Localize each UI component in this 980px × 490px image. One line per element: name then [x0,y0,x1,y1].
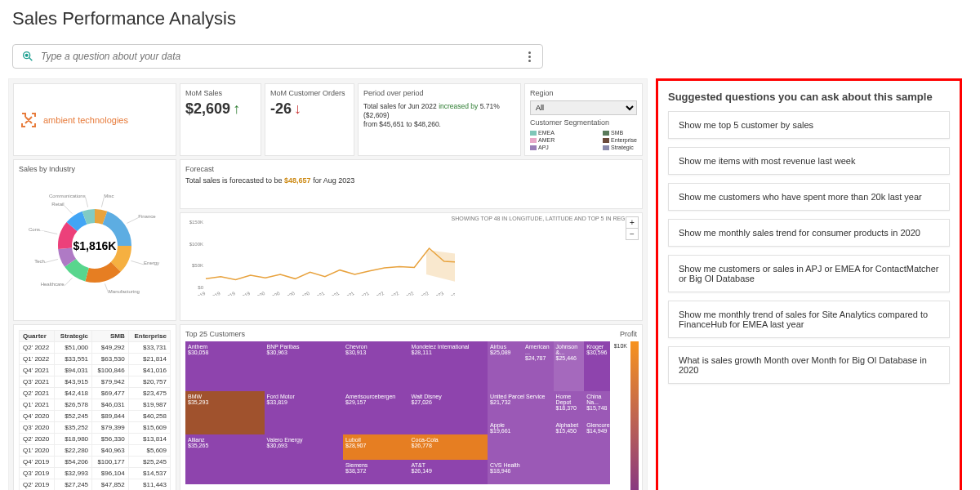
search-icon [21,50,34,63]
treemap-cell[interactable]: Chevron$30,913 [343,341,408,391]
seg-label: Customer Segmentation [530,118,637,127]
question-bar[interactable] [12,44,543,69]
suggest-item[interactable]: Show me top 5 customer by sales [668,111,950,139]
table-row[interactable]: Q3' 2021$43,915$79,942$20,757 [20,376,171,388]
treemap-cell[interactable]: Kroger$30,596 [584,341,610,391]
svg-text:$150K: $150K [189,220,203,225]
treemap-cell[interactable]: Siemens$38,372 [343,460,408,484]
treemap-cell[interactable]: Luboil$28,907 [343,434,408,461]
treemap-cell[interactable]: United Parcel Service$21,732 [488,391,553,420]
company-logo-icon [19,110,38,130]
svg-text:Tech: Tech [34,259,45,264]
treemap-body[interactable]: Anthem$30,058BNP Paribas$30,963Chevron$3… [185,341,637,484]
svg-text:Jan 2019: Jan 2019 [187,290,207,295]
svg-text:Finance: Finance [138,214,156,219]
forecast-label: Forecast [185,165,637,173]
kpi-mom-sales: MoM Sales $2,609 ↑ [180,83,261,156]
suggest-item[interactable]: Show me monthly trend of sales for Site … [668,301,950,338]
suggest-item[interactable]: Show me customers who have spent more th… [668,183,950,211]
zoom-in-icon: + [626,217,638,229]
table-row[interactable]: Q2' 2019$27,245$47,852$11,443 [20,479,171,491]
treemap-cell[interactable]: China Na...$15,748 [584,391,610,420]
kpi-label: MoM Sales [185,89,256,97]
table-row[interactable]: Q3' 2020$35,252$79,399$15,609 [20,422,171,434]
table-row[interactable]: Q3' 2019$32,993$96,104$14,537 [20,468,171,479]
line-map-card: SHOWING TOP 48 IN LONGITUDE, LATITUDE AN… [180,212,643,322]
svg-text:Communications: Communications [49,194,86,198]
svg-line-15 [44,231,57,234]
treemap-cell[interactable]: Mondelez International$28,111 [409,341,488,391]
treemap-cell[interactable]: Alphabet$15,450 [554,420,585,484]
treemap-title: Top 25 Customers [185,330,245,338]
quarter-table: QuarterStrategicSMBEnterpriseQ2' 2022$51… [13,324,176,490]
treemap-cell[interactable]: Anthem$30,058 [185,341,265,391]
table-row[interactable]: Q2' 2021$42,418$69,477$23,475 [20,388,171,399]
question-input[interactable] [41,51,525,62]
table-row[interactable]: Q4' 2019$54,206$100,177$25,245 [20,457,171,468]
treemap-cell[interactable]: Amerisourcebergen$29,157 [343,391,408,434]
svg-line-3 [101,198,104,207]
table-row[interactable]: Q4' 2021$94,031$100,846$41,016 [20,365,171,376]
svg-line-5 [127,218,138,224]
treemap-cell[interactable]: Valero Energy$30,693 [265,434,344,461]
table-row[interactable]: Q4' 2020$52,245$89,844$40,258 [20,411,171,422]
treemap-cell[interactable] [265,460,344,484]
svg-text:Retail: Retail [51,202,64,207]
industry-title: Sales by Industry [19,165,171,173]
svg-text:Healthcare: Healthcare [41,282,65,287]
zoom-control[interactable]: +− [626,216,639,240]
svg-text:$100K: $100K [189,241,203,246]
forecast-value: $48,657 [284,176,311,185]
treemap-cell[interactable]: Home Depot$18,370 [554,391,585,420]
treemap-cell[interactable]: Coca-Cola$26,778 [409,434,488,461]
kpi-value: -26 [270,100,292,117]
page-title: Sales Performance Analysis [12,8,968,29]
suggest-item[interactable]: Show me customers or sales in APJ or EME… [668,255,950,292]
treemap-cell[interactable]: Johnson &...$25,446 [554,341,585,391]
dashboard: ambient technologies MoM Sales $2,609 ↑ … [8,78,648,490]
suggest-item[interactable]: Show me items with most revenue last wee… [668,147,950,175]
region-card: Region All Customer Segmentation EMEAAME… [524,83,643,156]
treemap-cell[interactable]: American ...$24,787 [523,341,554,391]
svg-text:Manufacturing: Manufacturing [109,289,140,294]
treemap-cell[interactable]: BNP Paribas$30,963 [265,341,344,391]
pop-label: Period over period [363,89,515,99]
top-customers-treemap: Top 25 CustomersProfit $10K $3K Anthem$3… [180,324,643,490]
region-label: Region [530,89,637,97]
period-over-period: Period over period Total sales for Jun 2… [358,83,521,156]
treemap-cell[interactable]: Walt Disney$27,026 [409,391,488,434]
treemap-cell[interactable]: Airbus$25,089 [488,341,523,391]
treemap-cell[interactable]: Ford Motor$33,819 [265,391,344,434]
more-icon[interactable] [525,51,534,62]
table-row[interactable]: Q2' 2022$51,000$49,292$33,731 [20,342,171,354]
suggest-item[interactable]: What is sales growth Month over Month fo… [668,346,950,384]
treemap-cell[interactable]: Glencore$14,949 [584,420,610,484]
treemap-cell[interactable]: CVS Health$18,946 [488,460,553,484]
table-row[interactable]: Q1' 2020$22,280$40,963$5,609 [20,445,171,457]
treemap-cell[interactable]: Apple$19,661 [488,420,553,460]
svg-text:$0: $0 [198,285,203,290]
region-select[interactable]: All [530,100,637,115]
data-table[interactable]: QuarterStrategicSMBEnterpriseQ2' 2022$51… [19,330,171,490]
svg-point-2 [25,54,28,56]
svg-line-13 [45,259,58,262]
svg-text:Energy: Energy [144,261,159,265]
treemap-cell[interactable]: BMW$35,293 [185,391,265,434]
segmentation-sankey: EMEAAMERAPJSMBEnterpriseStrategic [530,130,637,150]
table-row[interactable]: Q1' 2022$33,551$63,530$21,814 [20,354,171,365]
suggest-item[interactable]: Show me monthly sales trend for consumer… [668,219,950,247]
sales-by-industry: Sales by Industry MiscFinanceEnergyManuf… [13,159,176,321]
svg-text:$50K: $50K [192,263,203,268]
suggested-questions-panel: Suggested questions you can ask about th… [656,78,962,490]
suggest-title: Suggested questions you can ask about th… [668,91,950,103]
kpi-value: $2,609 [185,100,230,117]
donut-chart[interactable]: MiscFinanceEnergyManufacturingHealthcare… [21,185,168,307]
zoom-out-icon: − [626,229,638,239]
treemap-cell[interactable]: Allianz$35,265 [185,434,265,484]
table-row[interactable]: Q1' 2021$26,578$46,031$19,987 [20,399,171,411]
line-chart[interactable]: $0$50K$100K$150KJan 2019Apr 2019Jul 2019… [185,218,455,296]
svg-text:Cons...: Cons... [29,227,44,232]
treemap-cell[interactable]: AT&T$26,149 [409,460,488,484]
svg-line-1 [29,57,32,60]
table-row[interactable]: Q2' 2020$18,980$56,330$13,814 [20,434,171,445]
